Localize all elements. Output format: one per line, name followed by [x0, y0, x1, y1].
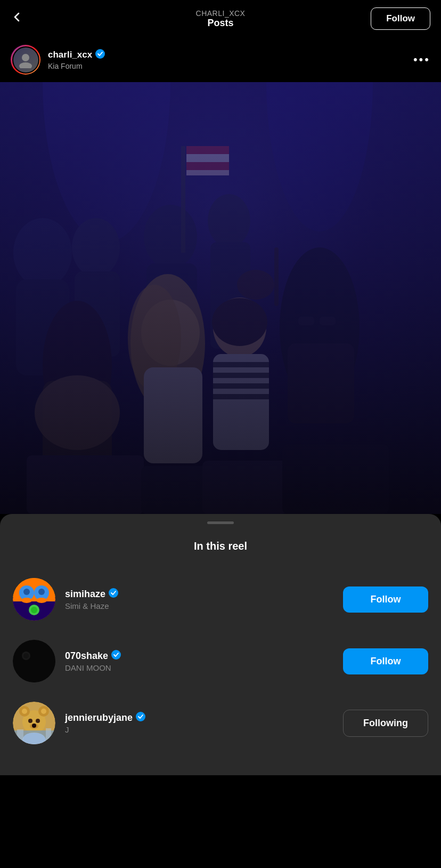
jennie-info: jennierubyjane J: [65, 712, 333, 734]
list-item: jennierubyjane J Following: [0, 692, 441, 754]
svg-point-70: [36, 719, 40, 723]
bottom-sheet: In this reel simihaze: [0, 514, 441, 775]
svg-point-69: [28, 719, 32, 723]
post-user-info: charli_xcx Kia Forum: [48, 49, 105, 70]
jennie-following-button[interactable]: Following: [343, 710, 428, 737]
svg-point-57: [31, 607, 37, 613]
svg-point-68: [41, 709, 46, 714]
simihaze-follow-button[interactable]: Follow: [343, 586, 428, 613]
sheet-title: In this reel: [0, 540, 441, 552]
svg-point-2: [95, 49, 105, 59]
post-avatar: [12, 46, 39, 74]
070shake-follow-button[interactable]: Follow: [343, 648, 428, 674]
jennie-display-name: J: [65, 725, 333, 734]
svg-rect-76: [17, 729, 23, 740]
jennie-avatar[interactable]: [13, 702, 55, 744]
svg-point-1: [19, 62, 32, 68]
post-image: [0, 82, 441, 514]
svg-point-61: [23, 653, 29, 658]
avatar-placeholder: [13, 47, 38, 73]
svg-rect-47: [0, 82, 441, 514]
post-avatar-wrapper[interactable]: [11, 45, 40, 75]
header: CHARLI_XCX Posts Follow: [0, 0, 441, 37]
post-meta: charli_xcx Kia Forum •••: [0, 37, 441, 82]
jennie-username[interactable]: jennierubyjane: [65, 712, 133, 724]
sheet-handle[interactable]: [207, 521, 234, 524]
post-username[interactable]: charli_xcx: [48, 50, 92, 60]
more-options-button[interactable]: •••: [413, 53, 430, 67]
070shake-username[interactable]: 070shake: [65, 650, 108, 662]
simihaze-verified-icon: [109, 588, 118, 600]
svg-point-53: [38, 589, 45, 595]
simihaze-info: simihaze Simi & Haze: [65, 588, 333, 610]
crowd-scene: [0, 82, 441, 514]
header-follow-button[interactable]: Follow: [371, 7, 430, 30]
svg-point-58: [109, 588, 118, 598]
svg-point-54: [21, 598, 32, 603]
svg-point-62: [111, 650, 121, 660]
svg-point-55: [36, 598, 47, 603]
070shake-avatar[interactable]: [13, 640, 55, 682]
jennie-name-row: jennierubyjane: [65, 712, 333, 724]
post-verified-icon: [95, 49, 105, 61]
svg-point-59: [13, 640, 55, 682]
svg-point-0: [22, 54, 29, 61]
post-location: Kia Forum: [48, 62, 105, 70]
jennie-verified-icon: [136, 712, 145, 724]
header-center: CHARLI_XCX Posts: [196, 9, 246, 29]
svg-point-78: [136, 712, 145, 721]
username-row: charli_xcx: [48, 49, 105, 61]
list-item: 070shake DANI MOON Follow: [0, 630, 441, 692]
svg-rect-77: [46, 728, 51, 740]
header-username: CHARLI_XCX: [196, 9, 246, 18]
simihaze-username[interactable]: simihaze: [65, 589, 105, 600]
list-item: simihaze Simi & Haze Follow: [0, 568, 441, 630]
simihaze-name-row: simihaze: [65, 588, 333, 600]
svg-point-52: [23, 589, 30, 595]
070shake-verified-icon: [111, 650, 121, 662]
070shake-display-name: DANI MOON: [65, 663, 333, 672]
svg-point-72: [32, 724, 36, 728]
svg-point-67: [22, 709, 27, 714]
back-button[interactable]: [11, 10, 37, 27]
070shake-name-row: 070shake: [65, 650, 333, 662]
simihaze-display-name: Simi & Haze: [65, 601, 333, 610]
post-meta-left: charli_xcx Kia Forum: [11, 45, 105, 75]
simihaze-avatar[interactable]: [13, 578, 55, 621]
070shake-info: 070shake DANI MOON: [65, 650, 333, 672]
header-title: Posts: [196, 18, 246, 29]
